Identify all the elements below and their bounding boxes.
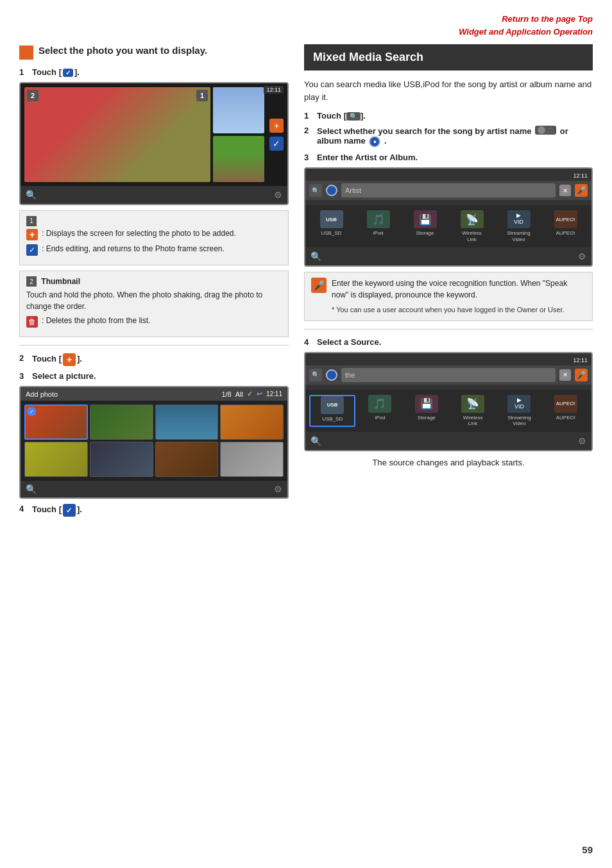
check-icon-2: ✓ xyxy=(26,244,38,256)
page-number: 59 xyxy=(582,844,593,855)
search-clear-btn-2[interactable]: ✕ xyxy=(559,369,571,381)
search-touch-btn[interactable]: 🔍 xyxy=(346,112,361,121)
info-num: 1 xyxy=(26,216,37,226)
step1-num: 1 xyxy=(19,67,28,77)
streaming-icon-2: ▶VID xyxy=(507,395,531,413)
check-header: ✓ xyxy=(247,390,253,398)
album-icon-btn[interactable]: ● xyxy=(369,136,380,147)
step1-label: Touch [✓]. xyxy=(32,67,289,77)
source-wireless-2[interactable]: 📡 WirelessLink xyxy=(451,395,495,427)
check-btn[interactable]: ✓ xyxy=(269,137,284,151)
divider-1 xyxy=(19,345,289,346)
search-screen-2-time: 12:11 xyxy=(573,357,588,363)
wireless-icon-2: 📡 xyxy=(461,395,484,413)
step4-num: 4 xyxy=(19,504,28,513)
photo-thumb-6[interactable] xyxy=(90,442,153,477)
right-step2-num: 2 xyxy=(304,126,313,135)
plus-btn[interactable]: + xyxy=(269,119,284,133)
source-ipod[interactable]: 🎵 iPod xyxy=(356,210,400,242)
frame-bottom-bar: 🔍 ⚙ xyxy=(21,186,287,204)
add-photo-header: Add photo 1/8 All ✓ ↩ 12:11 xyxy=(21,387,287,401)
search-screen-1-footer: 🔍 ⚙ xyxy=(305,247,591,265)
side-photo-sky xyxy=(213,87,264,133)
source-usb[interactable]: USB USB_SD xyxy=(309,210,353,242)
thumb-num: 2 xyxy=(26,276,37,287)
aupeo-label-2: AUPEO! xyxy=(556,415,575,421)
search-icon-btn-2[interactable]: 🔍 xyxy=(309,369,322,381)
ipod-icon: 🎵 xyxy=(367,210,390,228)
left-section-heading: Select the photo you want to display. xyxy=(19,44,289,60)
source-wireless[interactable]: 📡 WirelessLink xyxy=(450,210,494,242)
voice-recognition-box: 🎤 Enter the keyword using the voice reco… xyxy=(304,272,593,321)
search-mic-btn-1[interactable]: 🎤 xyxy=(575,184,588,197)
source-ipod-2[interactable]: 🎵 iPod xyxy=(358,395,402,427)
source-grid-1: USB USB_SD 🎵 iPod 💾 Storage 📡 WirelessLi… xyxy=(305,205,591,247)
aupeo-icon-2: AUPEO! xyxy=(554,395,577,413)
photo-thumb-4[interactable] xyxy=(220,405,284,440)
aupeo-label: AUPEO! xyxy=(556,230,575,237)
thumbnail-title: Thumbnail xyxy=(41,277,80,286)
wireless-icon: 📡 xyxy=(461,210,484,228)
voice-recognition-icon: 🎤 xyxy=(311,278,327,293)
search-screen-2-topbar: 12:11 xyxy=(305,353,591,365)
search-spacer-2 xyxy=(305,385,591,390)
search-screen-2: 12:11 🔍 the ✕ 🎤 USB USB_SD xyxy=(304,352,593,451)
usb-icon: USB xyxy=(320,210,343,228)
ipod-label: iPod xyxy=(373,230,383,237)
voice-text: Enter the keyword using the voice recogn… xyxy=(332,278,586,301)
photo-main-image: 2 1 xyxy=(24,87,210,182)
gear-footer-icon: ⚙ xyxy=(274,484,282,494)
search-bottom-icon: 🔍 xyxy=(26,190,37,200)
voice-text-container: Enter the keyword using the voice recogn… xyxy=(332,278,586,315)
return-to-top-link[interactable]: Return to the page Top xyxy=(19,13,593,26)
source-streaming-2[interactable]: ▶VID StreamingVideo xyxy=(497,395,541,427)
step2-suffix: . xyxy=(384,136,387,146)
photo-thumb-3[interactable] xyxy=(155,405,219,440)
side-photo-mountain xyxy=(213,136,264,182)
mms-title: Mixed Media Search xyxy=(313,51,584,64)
right-step4: 4 Select a Source. xyxy=(304,337,593,347)
info-plus-text: : Displays the screen for selecting the … xyxy=(42,229,236,238)
source-streaming[interactable]: ▶VID StreamingVideo xyxy=(497,210,541,242)
widget-operation-link[interactable]: Widget and Application Operation xyxy=(19,26,593,38)
left-step3: 3 Select a picture. xyxy=(19,371,289,381)
usb-label: USB_SD xyxy=(321,230,341,237)
source-aupeo[interactable]: AUPEO! AUPEO! xyxy=(543,210,588,242)
storage-label: Storage xyxy=(416,230,434,237)
s1-search-icon: 🔍 xyxy=(310,251,321,262)
search-icon-btn[interactable]: 🔍 xyxy=(309,184,322,197)
info-item-check: ✓ : Ends editing, and returns to the Pho… xyxy=(26,244,282,256)
photo-thumb-7[interactable] xyxy=(155,442,219,477)
search-dot-btn-2[interactable] xyxy=(326,369,337,381)
mms-desc: You can search media like USB,iPod for t… xyxy=(304,78,593,103)
step4-label: Touch [✓]. xyxy=(32,504,289,517)
photo-thumb-5[interactable] xyxy=(24,442,88,477)
ipod-label-2: iPod xyxy=(375,415,385,421)
aupeo-icon: AUPEO! xyxy=(554,210,577,228)
thumbnail-section: 2 Thumbnail Touch and hold the photo. Wh… xyxy=(19,271,289,337)
s2-gear-icon: ⚙ xyxy=(578,436,586,446)
search-input-2[interactable]: the xyxy=(341,368,556,382)
right-step1-num: 1 xyxy=(304,111,313,121)
photo-thumb-2[interactable] xyxy=(90,405,153,440)
right-step4-label: Select a Source. xyxy=(317,337,593,347)
source-storage-2[interactable]: 💾 Storage xyxy=(405,395,448,427)
source-aupeo-2[interactable]: AUPEO! AUPEO! xyxy=(544,395,588,427)
plus-icon: + xyxy=(26,229,38,240)
search-mic-btn-2[interactable]: 🎤 xyxy=(575,369,588,381)
step2-label: Touch [+]. xyxy=(32,353,289,366)
right-step2: 2 Select whether you search for the song… xyxy=(304,126,593,147)
search-screen-2-footer: 🔍 ⚙ xyxy=(305,432,591,450)
source-storage[interactable]: 💾 Storage xyxy=(403,210,447,242)
search-clear-btn-1[interactable]: ✕ xyxy=(559,185,571,196)
photo-thumb-8[interactable] xyxy=(220,442,284,477)
search-dot-btn[interactable] xyxy=(326,185,337,196)
header-controls: 1/8 All ✓ ↩ 12:11 xyxy=(221,390,282,398)
source-usb-2[interactable]: USB USB_SD xyxy=(309,395,355,427)
usb-icon-2: USB xyxy=(321,396,344,414)
streaming-label: StreamingVideo xyxy=(507,230,530,242)
filter-all: All xyxy=(235,390,243,398)
search-input-1[interactable]: Artist xyxy=(341,183,556,197)
photo-thumb-1[interactable]: ✓ xyxy=(24,405,88,440)
artist-icon-btn[interactable]: 🎵 xyxy=(535,126,556,135)
